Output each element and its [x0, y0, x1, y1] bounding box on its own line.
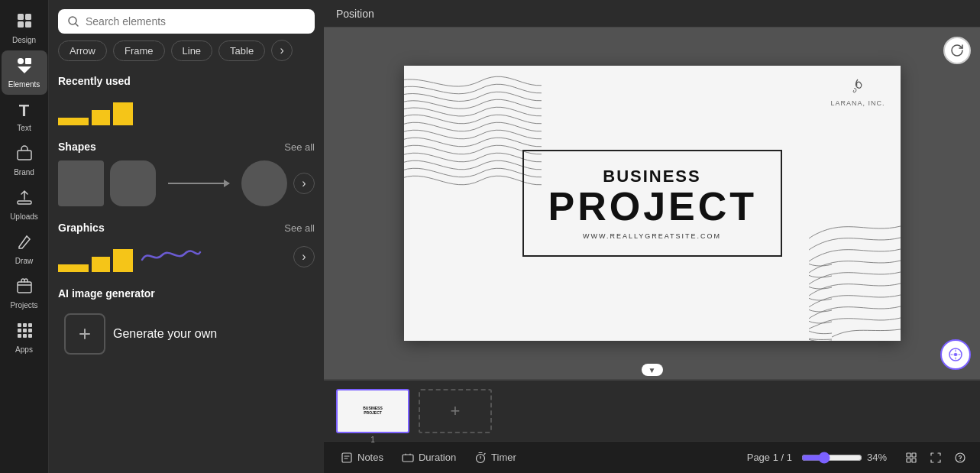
- sidebar-item-design[interactable]: Design: [2, 6, 47, 50]
- text-icon: T: [19, 101, 29, 121]
- graphic-yellow-stair[interactable]: [58, 241, 134, 272]
- zoom-slider[interactable]: [801, 452, 862, 464]
- recently-used-header: Recently used: [58, 75, 315, 87]
- thumbnail-1[interactable]: BUSINESSPROJECT 1: [336, 389, 409, 433]
- svg-rect-0: [18, 14, 24, 20]
- chips-scroll-right[interactable]: ›: [271, 40, 293, 61]
- sidebar-item-elements[interactable]: Elements: [2, 50, 47, 95]
- sidebar-item-label-design: Design: [12, 36, 36, 44]
- svg-point-21: [954, 353, 957, 356]
- svg-rect-13: [18, 329, 21, 332]
- search-input-wrap[interactable]: [58, 9, 315, 34]
- svg-rect-12: [28, 323, 32, 327]
- thumbnail-strip: BUSINESSPROJECT 1 +: [324, 380, 980, 441]
- canvas-slide[interactable]: LARANA, INC. BUSINESS PROJECT WWW.REALLY…: [404, 66, 901, 341]
- top-bar: Position: [324, 0, 980, 28]
- graphics-see-all[interactable]: See all: [284, 222, 315, 234]
- svg-rect-1: [25, 14, 31, 20]
- duration-icon: [402, 452, 414, 464]
- sidebar-item-apps[interactable]: Apps: [2, 316, 47, 360]
- svg-rect-16: [18, 334, 21, 338]
- graphics-row: ›: [58, 241, 315, 272]
- shape-circle[interactable]: [241, 160, 287, 206]
- svg-rect-9: [18, 282, 31, 293]
- shapes-title: Shapes: [58, 141, 96, 153]
- sidebar-item-text[interactable]: T Text: [2, 95, 47, 138]
- svg-rect-26: [912, 453, 916, 457]
- refresh-button[interactable]: [943, 37, 971, 64]
- thumbnail-area: BUSINESSPROJECT 1 +: [324, 379, 980, 441]
- ai-plus-icon: [64, 313, 105, 355]
- collapse-hint[interactable]: ▼: [642, 364, 663, 376]
- notes-icon: [341, 452, 353, 464]
- search-bar: [49, 0, 324, 40]
- svg-rect-17: [23, 334, 27, 338]
- graphic-purple-squiggle[interactable]: [141, 246, 202, 267]
- brand-icon: [16, 144, 33, 165]
- sidebar-item-label-draw: Draw: [15, 257, 33, 265]
- shapes-grid: ›: [58, 160, 315, 206]
- sidebar-item-label-elements: Elements: [8, 80, 40, 89]
- slide-center-box[interactable]: BUSINESS PROJECT WWW.REALLYGREATSITE.COM: [522, 150, 782, 257]
- elements-panel: Arrow Frame Line Table › Recently used S…: [49, 0, 324, 473]
- notes-label: Notes: [357, 452, 383, 463]
- duration-button[interactable]: Duration: [394, 447, 464, 468]
- thumb-num-1: 1: [370, 436, 375, 444]
- shapes-scroll-right[interactable]: ›: [293, 173, 315, 194]
- shape-square[interactable]: [58, 160, 104, 206]
- chip-arrow[interactable]: Arrow: [58, 40, 107, 61]
- slide-logo: LARANA, INC.: [830, 78, 885, 107]
- help-button[interactable]: [949, 447, 971, 468]
- fullscreen-button[interactable]: [925, 447, 946, 468]
- chip-line[interactable]: Line: [171, 40, 213, 61]
- slide-logo-text: LARANA, INC.: [830, 99, 885, 107]
- svg-point-29: [956, 453, 965, 462]
- sidebar-item-uploads[interactable]: Uploads: [2, 183, 47, 227]
- chip-table[interactable]: Table: [218, 40, 265, 61]
- sidebar-item-label-brand: Brand: [14, 168, 34, 177]
- shapes-section: Shapes See all ›: [49, 134, 324, 215]
- chips-row: Arrow Frame Line Table ›: [49, 40, 324, 69]
- zoom-percent: 34%: [867, 452, 894, 463]
- graphics-scroll-right[interactable]: ›: [293, 246, 315, 267]
- timer-button[interactable]: Timer: [467, 447, 524, 468]
- magic-button[interactable]: [940, 339, 971, 370]
- svg-rect-22: [342, 453, 351, 462]
- view-icons: [901, 447, 971, 468]
- svg-rect-27: [907, 458, 910, 462]
- add-slide-button[interactable]: +: [419, 389, 492, 433]
- design-icon: [16, 12, 33, 33]
- canvas-wrapper[interactable]: LARANA, INC. BUSINESS PROJECT WWW.REALLY…: [324, 28, 980, 379]
- fullscreen-icon: [930, 452, 941, 463]
- uploads-icon: [16, 189, 33, 209]
- svg-rect-25: [907, 453, 910, 457]
- projects-icon: [16, 277, 33, 298]
- svg-rect-2: [18, 21, 24, 28]
- bottom-bar: Notes Duration Timer Page 1 / 1 34%: [324, 441, 980, 473]
- shape-rounded-square[interactable]: [110, 160, 156, 206]
- thumb-mini-content: BUSINESSPROJECT: [363, 407, 383, 415]
- notes-button[interactable]: Notes: [333, 447, 391, 468]
- sidebar-item-draw[interactable]: Draw: [2, 227, 47, 271]
- svg-point-30: [959, 459, 960, 460]
- ai-section-title: AI image generator: [58, 287, 315, 300]
- apps-icon: [16, 322, 33, 342]
- position-label: Position: [336, 8, 374, 20]
- slide-wavy-bottomright: [809, 219, 901, 341]
- sidebar-item-projects[interactable]: Projects: [2, 271, 47, 316]
- svg-rect-11: [23, 323, 27, 327]
- recently-used-section: Recently used: [49, 69, 324, 134]
- svg-rect-8: [18, 201, 31, 204]
- graphics-title: Graphics: [58, 222, 105, 234]
- ai-generate-button[interactable]: Generate your own: [58, 307, 315, 361]
- sidebar-item-label-projects: Projects: [10, 301, 37, 309]
- grid-view-button[interactable]: [901, 447, 922, 468]
- shape-arrow-line[interactable]: [162, 183, 235, 184]
- sidebar-item-brand[interactable]: Brand: [2, 138, 47, 183]
- recent-item-stair[interactable]: [58, 95, 134, 125]
- ai-section: AI image generator Generate your own: [49, 281, 324, 370]
- chip-frame[interactable]: Frame: [113, 40, 165, 61]
- search-input[interactable]: [86, 15, 306, 28]
- shapes-see-all[interactable]: See all: [284, 141, 315, 153]
- svg-rect-18: [28, 334, 32, 338]
